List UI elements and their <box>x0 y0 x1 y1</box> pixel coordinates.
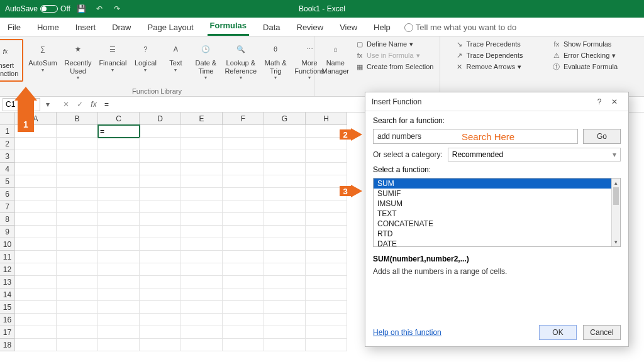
cancel-button[interactable]: Cancel <box>583 325 621 340</box>
cell[interactable] <box>223 276 264 288</box>
cell[interactable] <box>223 226 264 238</box>
go-button[interactable]: Go <box>583 129 621 144</box>
cell[interactable] <box>181 276 223 288</box>
cell[interactable] <box>98 200 140 213</box>
row-head[interactable]: 12 <box>0 263 15 276</box>
tab-help[interactable]: Help <box>371 19 393 36</box>
cell[interactable] <box>140 125 181 138</box>
cell[interactable] <box>140 251 181 263</box>
cell[interactable] <box>223 288 264 301</box>
cell[interactable] <box>15 326 57 339</box>
cell[interactable] <box>15 276 57 288</box>
insert-function-button[interactable]: fx Insert Function <box>0 41 21 79</box>
name-manager-button[interactable]: ⌂ Name Manager <box>319 39 352 76</box>
cell[interactable] <box>57 251 98 263</box>
cell[interactable] <box>57 276 98 288</box>
cell[interactable] <box>57 314 98 326</box>
cell[interactable] <box>98 226 140 238</box>
cell[interactable] <box>264 188 306 200</box>
lookup-button[interactable]: 🔍 Lookup & Reference▾ <box>222 39 259 82</box>
date-time-button[interactable]: 🕒 Date & Time▾ <box>192 39 219 82</box>
row-head[interactable]: 10 <box>0 238 15 251</box>
cell[interactable] <box>181 163 223 175</box>
cell[interactable] <box>57 188 98 200</box>
cell[interactable] <box>15 138 57 150</box>
cell-grid[interactable]: = <box>15 125 347 351</box>
cell[interactable] <box>57 339 98 351</box>
cell[interactable] <box>181 314 223 326</box>
cell[interactable] <box>15 238 57 251</box>
scroll-up-icon[interactable]: ▴ <box>612 178 620 187</box>
cell[interactable] <box>181 175 223 188</box>
cell[interactable] <box>264 288 306 301</box>
text-button[interactable]: A Text▾ <box>162 39 189 82</box>
cell[interactable] <box>181 125 223 138</box>
cell[interactable] <box>264 263 306 276</box>
cell[interactable] <box>98 276 140 288</box>
cell[interactable] <box>15 263 57 276</box>
cell[interactable] <box>223 326 264 339</box>
cell[interactable] <box>264 276 306 288</box>
logical-button[interactable]: ? Logical▾ <box>131 39 159 82</box>
cell[interactable] <box>140 263 181 276</box>
cell[interactable] <box>140 163 181 175</box>
financial-button[interactable]: ☰ Financial▾ <box>96 39 129 82</box>
help-link[interactable]: Help on this function <box>373 328 441 337</box>
row-head[interactable]: 16 <box>0 314 15 326</box>
scroll-thumb[interactable] <box>613 187 619 205</box>
cell[interactable] <box>306 238 347 251</box>
cell[interactable] <box>306 150 347 163</box>
cell[interactable] <box>306 301 347 314</box>
row-head[interactable]: 4 <box>0 163 15 175</box>
col-head[interactable]: B <box>57 112 98 125</box>
cell[interactable] <box>264 339 306 351</box>
cell[interactable] <box>306 314 347 326</box>
cell[interactable] <box>306 226 347 238</box>
autosave-toggle[interactable]: AutoSave Off <box>5 4 70 13</box>
tab-review[interactable]: Review <box>294 19 326 36</box>
cell[interactable] <box>140 150 181 163</box>
cell[interactable] <box>140 238 181 251</box>
row-head[interactable]: 3 <box>0 150 15 163</box>
row-headers[interactable]: 123456789101112131415161718 <box>0 125 15 351</box>
math-trig-button[interactable]: θ Math & Trig▾ <box>262 39 289 82</box>
cell[interactable] <box>223 125 264 138</box>
row-head[interactable]: 9 <box>0 226 15 238</box>
cell[interactable] <box>223 238 264 251</box>
cell[interactable] <box>306 276 347 288</box>
cell[interactable] <box>181 288 223 301</box>
cell[interactable] <box>306 339 347 351</box>
tab-home[interactable]: Home <box>35 19 62 36</box>
tab-file[interactable]: File <box>5 19 23 36</box>
cell[interactable] <box>140 138 181 150</box>
cell[interactable] <box>98 138 140 150</box>
cell[interactable] <box>181 263 223 276</box>
scroll-down-icon[interactable]: ▾ <box>612 238 620 246</box>
cell[interactable] <box>15 288 57 301</box>
cell[interactable] <box>223 188 264 200</box>
cell[interactable] <box>15 200 57 213</box>
cell[interactable] <box>181 339 223 351</box>
cell[interactable] <box>98 188 140 200</box>
cell[interactable] <box>98 163 140 175</box>
function-list-item[interactable]: DATE <box>374 239 611 247</box>
row-head[interactable]: 17 <box>0 326 15 339</box>
cell[interactable] <box>57 200 98 213</box>
cell[interactable] <box>223 163 264 175</box>
cell[interactable] <box>140 301 181 314</box>
cell[interactable] <box>140 339 181 351</box>
cell[interactable] <box>306 200 347 213</box>
cell[interactable] <box>306 251 347 263</box>
fx-icon[interactable]: fx <box>87 100 101 109</box>
dialog-titlebar[interactable]: Insert Function ? ✕ <box>365 92 628 111</box>
function-list-item[interactable]: CONCATENATE <box>374 219 611 229</box>
redo-icon[interactable]: ↷ <box>112 4 122 14</box>
cell[interactable] <box>57 150 98 163</box>
cell[interactable] <box>15 339 57 351</box>
col-head[interactable]: G <box>264 112 306 125</box>
cell[interactable] <box>57 263 98 276</box>
function-listbox[interactable]: SUMSUMIFIMSUMTEXTCONCATENATERTDDATE ▴ ▾ <box>373 178 621 247</box>
function-list-item[interactable]: TEXT <box>374 209 611 219</box>
cell[interactable] <box>15 175 57 188</box>
confirm-icon[interactable]: ✓ <box>73 100 87 109</box>
